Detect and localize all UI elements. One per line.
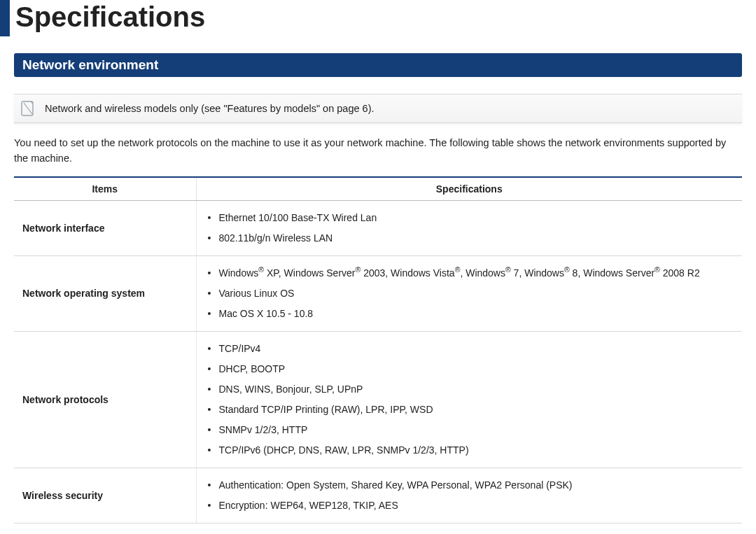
spec-cell: TCP/IPv4DHCP, BOOTPDNS, WINS, Bonjour, S… — [196, 331, 742, 468]
spec-cell: Ethernet 10/100 Base-TX Wired Lan802.11b… — [196, 200, 742, 255]
specifications-table: Items Specifications Network interfaceEt… — [14, 176, 742, 524]
item-cell: Wireless security — [14, 468, 196, 523]
table-row: Network protocolsTCP/IPv4DHCP, BOOTPDNS,… — [14, 331, 742, 468]
table-row: Network interfaceEthernet 10/100 Base-TX… — [14, 200, 742, 255]
spec-bullet: Windows® XP, Windows Server® 2003, Windo… — [205, 263, 734, 283]
item-cell: Network interface — [14, 200, 196, 255]
spec-bullet: Encryption: WEP64, WEP128, TKIP, AES — [205, 496, 734, 516]
note-box: Network and wireless models only (see "F… — [14, 94, 742, 123]
spec-bullet: Standard TCP/IP Printing (RAW), LPR, IPP… — [205, 400, 734, 420]
title-accent-bar — [0, 0, 10, 36]
spec-bullet: DHCP, BOOTP — [205, 359, 734, 379]
spec-bullet: SNMPv 1/2/3, HTTP — [205, 420, 734, 440]
note-icon — [21, 100, 35, 117]
spec-bullet: Various Linux OS — [205, 283, 734, 304]
spec-cell: Windows® XP, Windows Server® 2003, Windo… — [196, 255, 742, 331]
table-row: Wireless securityAuthentication: Open Sy… — [14, 468, 742, 523]
table-row: Network operating systemWindows® XP, Win… — [14, 255, 742, 331]
item-cell: Network operating system — [14, 255, 196, 331]
spec-bullet: TCP/IPv6 (DHCP, DNS, RAW, LPR, SNMPv 1/2… — [205, 440, 734, 461]
spec-bullet: 802.11b/g/n Wireless LAN — [205, 228, 734, 248]
spec-bullet: TCP/IPv4 — [205, 339, 734, 359]
section-header: Network environment — [14, 53, 742, 77]
spec-bullet: Ethernet 10/100 Base-TX Wired Lan — [205, 208, 734, 228]
note-text: Network and wireless models only (see "F… — [45, 103, 374, 114]
spec-bullet: Mac OS X 10.5 - 10.8 — [205, 304, 734, 324]
spec-bullet: DNS, WINS, Bonjour, SLP, UPnP — [205, 379, 734, 400]
item-cell: Network protocols — [14, 331, 196, 468]
spec-bullet: Authentication: Open System, Shared Key,… — [205, 475, 734, 496]
th-specs: Specifications — [196, 177, 742, 201]
intro-paragraph: You need to set up the network protocols… — [14, 136, 742, 167]
page-title-wrap: Specifications — [0, 0, 742, 36]
th-items: Items — [14, 177, 196, 201]
spec-cell: Authentication: Open System, Shared Key,… — [196, 468, 742, 523]
page-title: Specifications — [15, 0, 205, 36]
